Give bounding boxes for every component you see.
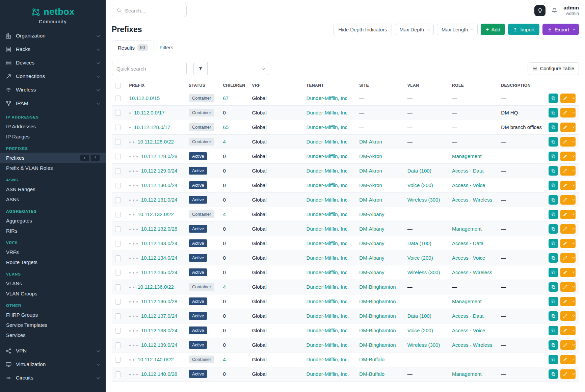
edit-button[interactable] [560,137,570,147]
prefix-link[interactable]: 10.112.140.0/28 [141,371,177,377]
prefix-link[interactable]: 10.112.138.0/24 [141,328,177,333]
prefix-link[interactable]: 10.112.136.0/22 [138,284,174,290]
sidebar-item-virtualization[interactable]: Virtualization [0,358,106,371]
clone-button[interactable] [549,224,558,234]
column-header-site[interactable]: SITE [356,80,404,91]
vlan-link[interactable]: Voice (200) [407,182,433,188]
site-link[interactable]: DM-Binghamton [359,284,396,290]
edit-dropdown-button[interactable] [570,268,576,277]
vlan-link[interactable]: Data (100) [407,313,431,319]
prefix-link[interactable]: 10.112.130.0/24 [141,182,177,188]
row-checkbox[interactable] [115,342,121,348]
clone-button[interactable] [549,268,558,277]
sidebar-item-aggregates[interactable]: Aggregates [0,215,106,226]
children-link[interactable]: 67 [223,95,229,101]
filter-button[interactable] [193,62,208,75]
children-link[interactable]: 4 [223,284,225,290]
configure-table-button[interactable]: Configure Table [528,62,579,75]
edit-button[interactable] [560,108,570,117]
max-length-dropdown[interactable]: Max Length [437,24,478,35]
row-checkbox[interactable] [115,371,121,377]
sidebar-item-fhrp-groups[interactable]: FHRP Groups [0,310,106,320]
column-header-prefix[interactable]: PREFIX [126,80,185,91]
sidebar-item-devices[interactable]: Devices [0,56,106,70]
clone-button[interactable] [549,195,558,205]
role-link[interactable]: Access - Wireless [452,269,492,275]
sidebar-item-wireless[interactable]: Wireless [0,83,106,97]
tab-results[interactable]: Results 90 [112,41,154,55]
prefix-link[interactable]: 10.112.139.0/24 [141,342,177,348]
edit-button[interactable] [560,355,570,364]
clone-button[interactable] [549,355,558,364]
row-checkbox[interactable] [115,197,121,203]
prefix-link[interactable]: 10.112.135.0/24 [141,269,177,275]
edit-button[interactable] [560,282,570,292]
clone-button[interactable] [549,239,558,248]
edit-button[interactable] [560,297,570,306]
edit-button[interactable] [560,94,570,103]
children-link[interactable]: 4 [223,211,225,217]
theme-toggle-button[interactable] [534,5,546,16]
edit-dropdown-button[interactable] [570,340,576,350]
tenant-link[interactable]: Dunder-Mifflin, Inc. [307,95,349,101]
edit-button[interactable] [560,152,570,161]
edit-button[interactable] [560,253,570,263]
clone-button[interactable] [549,326,558,335]
role-link[interactable]: Access - Wireless [452,197,492,203]
row-checkbox[interactable] [115,299,121,305]
edit-dropdown-button[interactable] [570,311,576,321]
edit-button[interactable] [560,340,570,350]
role-link[interactable]: Management [452,226,482,232]
tenant-link[interactable]: Dunder-Mifflin, Inc. [307,226,349,232]
tenant-link[interactable]: Dunder-Mifflin, Inc. [307,371,349,377]
site-link[interactable]: DM-Albany [359,269,384,275]
sidebar-item-rirs[interactable]: RIRs [0,226,106,236]
clone-button[interactable] [549,340,558,350]
prefix-link[interactable]: 10.112.140.0/22 [138,357,174,362]
edit-dropdown-button[interactable] [570,369,576,379]
clone-button[interactable] [549,108,558,117]
tenant-link[interactable]: Dunder-Mifflin, Inc. [307,197,349,203]
vlan-link[interactable]: Voice (200) [407,255,433,261]
edit-button[interactable] [560,369,570,379]
site-link[interactable]: DM-Akron [359,153,382,159]
prefix-link[interactable]: 10.112.129.0/24 [141,168,177,174]
site-link[interactable]: DM-Akron [359,168,382,174]
clone-button[interactable] [549,282,558,292]
edit-dropdown-button[interactable] [570,166,576,176]
prefix-link[interactable]: 10.112.133.0/24 [141,240,177,246]
edit-dropdown-button[interactable] [570,224,576,234]
row-checkbox[interactable] [115,183,121,188]
column-header-tenant[interactable]: TENANT [303,80,356,91]
sidebar-item-route-targets[interactable]: Route Targets [0,257,106,267]
prefix-link[interactable]: 10.112.128.0/28 [141,153,177,159]
tenant-link[interactable]: Dunder-Mifflin, Inc. [307,284,349,290]
role-link[interactable]: Access - Data [452,240,483,246]
notifications-button[interactable] [551,7,558,14]
site-link[interactable]: DM-Akron [359,197,382,203]
tenant-link[interactable]: Dunder-Mifflin, Inc. [307,153,349,159]
site-link[interactable]: DM-Binghamton [359,328,396,333]
tenant-link[interactable]: Dunder-Mifflin, Inc. [307,298,349,304]
prefix-link[interactable]: 10.112.128.0/22 [138,139,174,145]
sidebar-item-asns[interactable]: ASNs [0,194,106,204]
tenant-link[interactable]: Dunder-Mifflin, Inc. [307,211,349,217]
role-link[interactable]: Management [452,153,482,159]
clone-button[interactable] [549,253,558,263]
netbox-logo[interactable]: netbox Community [0,0,106,29]
quick-add-button[interactable]: + [80,155,89,161]
prefix-link[interactable]: 10.112.132.0/28 [141,226,177,232]
add-button[interactable]: + Add [481,24,505,35]
clone-button[interactable] [549,152,558,161]
row-checkbox[interactable] [115,226,121,232]
sidebar-item-service-templates[interactable]: Service Templates [0,320,106,330]
import-button[interactable]: Import [508,24,539,35]
edit-button[interactable] [560,195,570,205]
prefix-link[interactable]: 10.112.128.0/17 [134,124,170,130]
select-all-checkbox[interactable] [115,83,121,88]
edit-dropdown-button[interactable] [570,108,576,117]
prefix-link[interactable]: 10.112.132.0/22 [138,211,174,217]
sidebar-item-racks[interactable]: Racks [0,43,106,56]
edit-dropdown-button[interactable] [570,94,576,103]
tenant-link[interactable]: Dunder-Mifflin, Inc. [307,110,349,115]
